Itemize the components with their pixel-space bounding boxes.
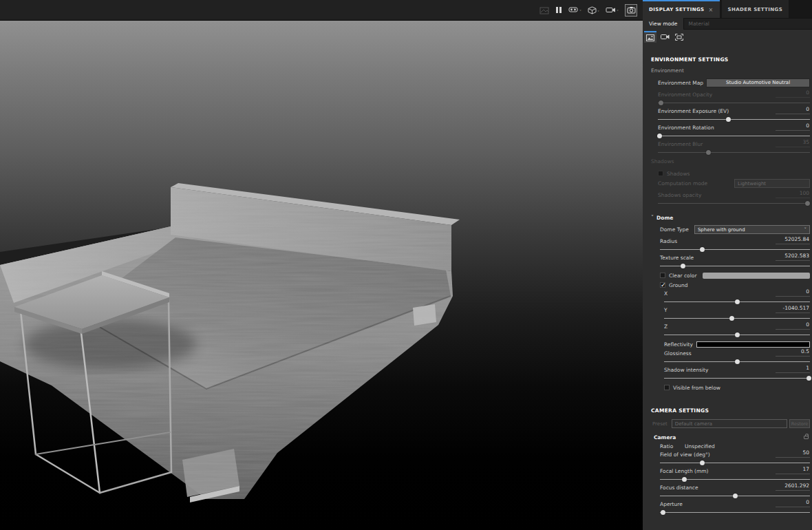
tab-shader-settings[interactable]: SHADER SETTINGS [722, 0, 789, 18]
value-field[interactable]: 0.5 [776, 348, 810, 357]
radius-slider[interactable] [660, 244, 810, 254]
slider-environment-exposure-ev: Environment Exposure (EV)0 [643, 107, 812, 124]
slider-knob[interactable] [682, 477, 687, 482]
slider-environment-opacity: Environment Opacity0 [643, 91, 812, 107]
slider-knob[interactable] [659, 100, 663, 105]
slider-field-of-view-deg: Field of view (deg°)50 [643, 451, 812, 467]
label: Environment Opacity [658, 92, 712, 98]
label: Focus distance [660, 485, 698, 491]
geometry-icon[interactable]: ˅ [588, 6, 599, 14]
camera-photo-icon[interactable] [625, 4, 637, 17]
slider-radius: Radius52025.84 [643, 237, 812, 254]
environment-exposure-ev-slider[interactable] [658, 114, 810, 124]
z-slider[interactable] [664, 330, 810, 339]
slider-knob[interactable] [700, 247, 705, 252]
checkbox-clear-color: Clear color [643, 271, 812, 280]
mapbtn-environment-map: Environment MapStudio Automotive Neutral [643, 78, 812, 88]
value-field[interactable]: 0 [776, 89, 810, 98]
environment-map-button[interactable]: Studio Automotive Neutral [706, 78, 810, 87]
environment-rotation-slider[interactable] [658, 131, 810, 140]
label: Focal Length (mm) [660, 468, 709, 474]
toggle-dome[interactable]: ˅Dome [643, 213, 812, 222]
dropdown-computation-mode: Computation modeLightweight [643, 178, 812, 189]
slider-environment-rotation: Environment Rotation0 [643, 124, 812, 140]
clear-color-checkbox[interactable] [660, 273, 665, 278]
slider-knob[interactable] [706, 150, 711, 155]
slider-knob[interactable] [735, 332, 740, 337]
shadows-opacity-slider[interactable] [658, 198, 810, 208]
environment-opacity-slider[interactable] [658, 98, 810, 107]
viewport: ˅ ˅ ˅ [0, 0, 643, 530]
preset-restore-button[interactable]: Restore [789, 419, 810, 428]
vr-headset-icon[interactable]: ˅ [568, 6, 581, 14]
settings-panel: DISPLAY SETTINGS × SHADER SETTINGS View … [643, 0, 812, 530]
panel-subtabs: View mode Material [643, 18, 812, 30]
focus-distance-slider[interactable] [660, 491, 810, 500]
chevron-down-icon: ˅ [804, 227, 807, 233]
slider-knob[interactable] [700, 460, 705, 465]
label: Glossiness [664, 350, 692, 357]
dome-type-dropdown[interactable]: Sphere with ground˅ [694, 225, 810, 234]
subtab-view-mode[interactable]: View mode [643, 18, 683, 30]
lock-icon[interactable] [804, 436, 809, 439]
preset-input[interactable]: Default camera [672, 419, 787, 428]
chevron-down-icon: ˅ [579, 10, 581, 14]
color-swatch[interactable] [703, 273, 810, 279]
visible-from-below-checkbox[interactable] [664, 385, 670, 390]
value-field[interactable]: 50 [776, 449, 810, 458]
value-field[interactable]: 52025.84 [776, 236, 810, 244]
aperture-slider[interactable] [660, 507, 810, 517]
slider-aperture: Aperture0 [643, 500, 812, 517]
tab-close-icon[interactable]: × [708, 7, 713, 13]
y-slider[interactable] [664, 313, 810, 323]
slider-focal-length-mm: Focal Length (mm)17 [643, 467, 812, 484]
value-field[interactable]: 100 [776, 190, 810, 198]
computation-mode-dropdown[interactable]: Lightweight [734, 179, 810, 188]
preset-preset: PresetDefault cameraRestore [643, 418, 812, 429]
value-field[interactable]: 0 [776, 288, 810, 297]
camera-view-icon[interactable] [659, 31, 671, 43]
label: Shadow intensity [664, 367, 709, 373]
scene-3d-view[interactable] [0, 21, 643, 530]
camera-video-icon[interactable]: ˅ [606, 6, 619, 14]
slider-knob[interactable] [657, 134, 662, 138]
focal-length-mm-slider[interactable] [660, 474, 810, 484]
glossiness-slider[interactable] [664, 357, 810, 366]
ground-checkbox[interactable] [660, 282, 665, 288]
pause-icon[interactable] [555, 6, 562, 14]
shadows-checkbox[interactable] [658, 171, 663, 176]
slider-glossiness: Glossiness0.5 [643, 350, 812, 366]
slider-z: Z0 [643, 323, 812, 339]
group-environment: Environment [643, 67, 812, 74]
panel-rows: ENVIRONMENT SETTINGSEnvironmentEnvironme… [643, 50, 812, 530]
x-slider[interactable] [664, 297, 810, 306]
environment-blur-slider[interactable] [658, 147, 810, 157]
dropdown-value: Sphere with ground [698, 227, 745, 233]
slider-knob[interactable] [735, 359, 740, 364]
slider-knob[interactable] [681, 264, 685, 268]
slider-texture-scale: Texture scale5202.583 [643, 254, 812, 271]
reflectivity-color-swatch[interactable] [696, 341, 810, 348]
texture-scale-slider[interactable] [660, 261, 810, 271]
label: Shadows [667, 171, 690, 177]
image-view-icon[interactable] [644, 31, 656, 43]
bed-and-table-model [0, 21, 643, 530]
slider-knob[interactable] [806, 376, 811, 381]
label: Ratio [660, 443, 685, 449]
label: Ground [669, 282, 688, 288]
slider-knob[interactable] [733, 494, 738, 498]
view-mode-icon-row [643, 30, 812, 45]
slider-knob[interactable] [735, 299, 740, 304]
frame-view-icon[interactable] [673, 31, 685, 43]
slider-knob[interactable] [661, 510, 665, 515]
field-of-view-deg-slider[interactable] [660, 458, 810, 467]
subtab-material[interactable]: Material [683, 18, 812, 30]
tab-display-settings[interactable]: DISPLAY SETTINGS × [643, 0, 720, 18]
slider-knob[interactable] [805, 201, 810, 206]
slider-knob[interactable] [726, 117, 731, 122]
snapshot-disabled-icon[interactable] [539, 6, 549, 14]
shadow-intensity-slider[interactable] [664, 373, 810, 383]
dropdown-dome-type: Dome TypeSphere with ground˅ [643, 224, 812, 235]
chevron-down-icon[interactable]: ˅ [651, 215, 654, 221]
slider-knob[interactable] [729, 316, 734, 321]
